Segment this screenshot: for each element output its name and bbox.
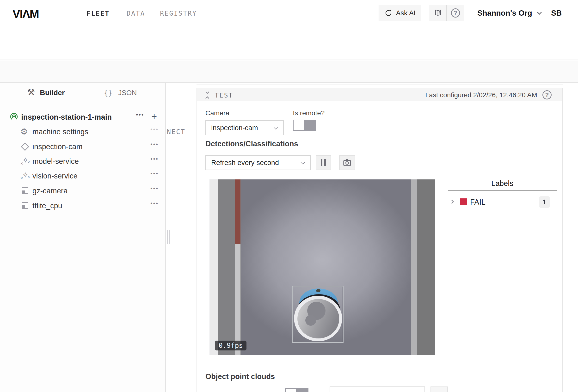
sparkles-icon: ✧✕✕ <box>21 171 30 180</box>
item-menu-button[interactable]: ••• <box>150 141 159 148</box>
tree-item-tflite-cpu[interactable]: tflite_cpu ••• <box>0 199 166 213</box>
help-icon: ? <box>451 8 460 17</box>
last-configured-text: Last configured 2/02/26, 12:46:20 AM <box>426 91 537 99</box>
add-component-button[interactable]: + <box>151 111 157 122</box>
is-remote-toggle[interactable] <box>293 120 316 131</box>
detection-bounding-box <box>292 286 343 343</box>
gear-icon: ⚙ <box>20 127 28 137</box>
json-mode-toggle[interactable]: JSON <box>118 89 137 97</box>
feed-left-wall <box>209 179 218 355</box>
item-menu-button[interactable]: ••• <box>150 200 159 207</box>
tree-item-gz-camera[interactable]: gz-camera ••• <box>0 184 166 198</box>
help-icon: ? <box>542 90 552 99</box>
test-panel: TEST Last configured 2/02/26, 12:46:20 A… <box>196 88 563 392</box>
item-menu-button[interactable]: ••• <box>150 185 159 192</box>
tree-item-vision-service[interactable]: ✧✕✕ vision-service ••• <box>0 169 166 184</box>
sparkles-icon: ✧✕✕ <box>21 156 30 166</box>
label-row-fail[interactable]: FAIL 1 <box>448 196 557 208</box>
ask-ai-label: Ask AI <box>396 9 416 17</box>
snapshot-button[interactable] <box>339 155 355 170</box>
builder-json-switcher: ⚒ Builder {} JSON <box>0 83 165 103</box>
chevron-down-icon <box>300 160 305 164</box>
camera-field-label: Camera <box>205 109 229 117</box>
point-clouds-button[interactable] <box>431 387 448 392</box>
machine-header-row: Home inspection-station-1 Live Save ⌘S •… <box>0 27 578 60</box>
ask-ai-button[interactable]: Ask AI <box>379 5 421 21</box>
collapse-icon[interactable] <box>204 91 211 99</box>
item-menu-button[interactable]: ••• <box>150 156 159 162</box>
detected-object-hole-small <box>305 315 316 326</box>
camera-icon <box>342 158 352 167</box>
nav-icon-group: ? <box>429 5 464 21</box>
user-avatar[interactable]: SB <box>551 9 562 17</box>
chevron-down-icon <box>537 10 541 14</box>
nav-divider <box>67 9 67 18</box>
camera-feed[interactable]: 0.9fps <box>209 179 435 355</box>
test-help-button[interactable]: ? <box>542 90 552 99</box>
broadcast-icon <box>9 112 19 122</box>
tree-item-machine-part[interactable]: inspection-station-1-main ••• + <box>0 110 166 125</box>
detections-heading: Detections/Classifications <box>205 140 298 148</box>
chevron-down-icon <box>274 125 278 130</box>
diamond-icon <box>21 143 29 151</box>
machine-tab-bar: CONFIGURE CONTROL LOGS CONNECT VISUALIZE <box>0 60 578 83</box>
previous-card-edge <box>196 83 563 85</box>
fail-color-swatch <box>460 198 467 205</box>
module-icon <box>22 202 28 209</box>
sidebar-resize-handle[interactable] <box>167 230 171 244</box>
part-menu-button[interactable]: ••• <box>136 111 144 118</box>
is-remote-field-label: Is remote? <box>293 109 325 117</box>
test-panel-title: TEST <box>215 92 233 99</box>
tree-item-inspection-cam[interactable]: inspection-cam ••• <box>0 140 166 154</box>
tools-icon: ⚒ <box>27 87 35 97</box>
builder-mode-toggle[interactable]: Builder <box>40 89 65 97</box>
tree-item-machine-settings[interactable]: ⚙ machine settings ••• <box>0 125 166 139</box>
book-icon <box>434 9 442 17</box>
item-menu-button[interactable]: ••• <box>150 126 159 133</box>
nav-tab-fleet[interactable]: FLEET <box>87 10 109 17</box>
top-nav: VIΛM FLEET DATA REGISTRY Ask AI ? Shanno… <box>0 0 578 26</box>
labels-heading: Labels <box>448 179 557 188</box>
detected-object-notch <box>316 289 321 292</box>
toggle-knob <box>293 120 304 131</box>
camera-select[interactable]: inspection-cam <box>205 120 284 135</box>
org-switcher[interactable]: Shannon's Org <box>477 9 541 17</box>
fps-indicator: 0.9fps <box>215 341 246 350</box>
config-sidebar: ⚒ Builder {} JSON inspection-station-1-m… <box>0 83 166 392</box>
labels-divider <box>448 190 557 191</box>
object-point-clouds-heading: Object point clouds <box>205 372 275 381</box>
viam-app: VIΛM FLEET DATA REGISTRY Ask AI ? Shanno… <box>0 0 578 392</box>
braces-icon: {} <box>104 89 112 97</box>
point-clouds-toggle[interactable] <box>285 388 308 392</box>
pause-button[interactable] <box>316 155 331 170</box>
viam-logo[interactable]: VIΛM <box>12 7 39 20</box>
test-panel-header: TEST Last configured 2/02/26, 12:46:20 A… <box>197 88 562 101</box>
point-clouds-input[interactable] <box>330 387 425 392</box>
refresh-rate-select[interactable]: Refresh every second <box>205 155 311 170</box>
feed-right-rail <box>411 179 417 355</box>
org-name: Shannon's Org <box>477 9 532 17</box>
feed-red-post <box>235 179 241 244</box>
feed-right-wall <box>417 179 435 355</box>
nav-tab-data[interactable]: DATA <box>127 10 145 17</box>
nav-tab-registry[interactable]: REGISTRY <box>160 10 197 17</box>
feed-light-post <box>235 244 241 355</box>
label-name: FAIL <box>470 198 485 206</box>
item-menu-button[interactable]: ••• <box>150 170 159 177</box>
docs-button[interactable] <box>429 5 446 21</box>
label-count-badge: 1 <box>539 196 550 208</box>
tree-item-model-service[interactable]: ✧✕✕ model-service ••• <box>0 154 166 169</box>
ask-ai-sparkle-icon <box>384 9 393 17</box>
help-button[interactable]: ? <box>446 5 464 21</box>
chevron-right-icon <box>450 200 454 204</box>
module-icon <box>22 187 28 194</box>
toggle-knob <box>285 388 297 392</box>
